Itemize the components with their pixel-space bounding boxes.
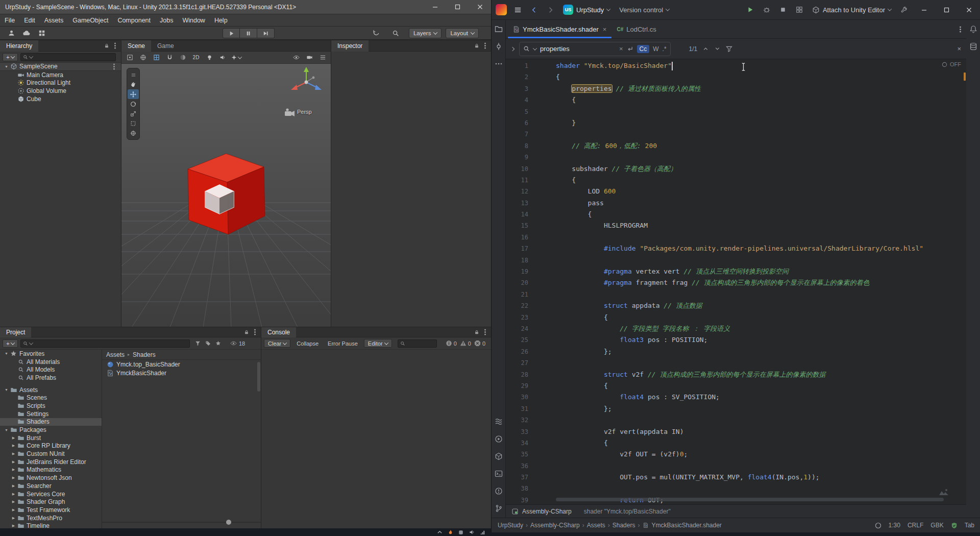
highlighting-widget[interactable]: OFF [942,61,961,67]
line-number[interactable]: 19 [506,266,528,277]
line-number[interactable]: 39 [506,495,528,504]
step-button[interactable] [257,28,275,38]
tray-flame-icon[interactable] [447,529,453,535]
tab-game[interactable]: Game [151,40,180,52]
code-line[interactable]: 20 #pragma fragment frag // 顶点构成的三角形内部的每… [506,277,966,288]
hierarchy-row[interactable]: Main Camera [0,71,121,79]
regex-toggle[interactable]: .* [663,45,667,53]
code-line[interactable]: 35 v2f OUT = (v2f)0; [506,449,966,460]
code-line[interactable]: 32 [506,415,966,426]
breadcrumb-item[interactable]: Assets [106,351,125,358]
add-asset-button[interactable]: + [3,339,18,348]
code-line[interactable]: 27 [506,357,966,369]
orientation-button[interactable] [137,53,149,62]
collapse-toggle[interactable]: Collapse [293,339,322,348]
code-line[interactable]: 4 { [506,94,966,106]
error-pause-toggle[interactable]: Error Pause [325,339,361,348]
info-count-toggle[interactable]: 0 [446,340,457,347]
line-number[interactable]: 4 [506,94,528,106]
gizmos-button[interactable] [317,53,328,62]
hierarchy-row[interactable]: ▼SampleScene [0,63,121,71]
line-number[interactable]: 9 [506,152,528,163]
stop-button[interactable] [775,2,791,17]
code-line[interactable]: 21 [506,289,966,300]
code-line[interactable]: 11 { [506,175,966,186]
line-number[interactable]: 34 [506,437,528,449]
line-number[interactable]: 30 [506,392,528,403]
tray-app-icon[interactable] [458,529,464,535]
view-2d-button[interactable]: 2D [190,53,202,62]
code-line[interactable]: 31 }; [506,403,966,415]
next-match-icon[interactable] [714,45,721,52]
project-tree-row[interactable]: All Materials [0,358,102,366]
background-tasks-icon[interactable] [875,522,881,529]
caret-position[interactable]: 1:30 [889,522,900,529]
clear-search-icon[interactable]: × [619,45,623,53]
clear-button[interactable]: Clear [264,339,290,348]
project-tree-row[interactable]: All Models [0,366,102,374]
forward-button[interactable] [543,2,558,17]
panel-menu-icon[interactable] [114,45,116,46]
expand-arrow-icon[interactable]: ▶ [10,516,17,520]
lock-icon[interactable] [474,43,479,48]
undo-history-icon[interactable] [370,28,382,38]
profiler-button[interactable] [792,2,807,17]
vcs-widget[interactable]: Version control [615,5,673,15]
search-by-label-icon[interactable] [203,340,213,346]
menu-file[interactable]: File [0,14,19,26]
context-member[interactable]: shader "Ymck.top/BasicShader" [584,508,671,515]
close-search-icon[interactable]: × [957,45,961,53]
project-tree-row[interactable]: ▶Burst [0,434,102,442]
menu-gameobject[interactable]: GameObject [68,14,113,26]
cloud-icon[interactable] [20,28,33,38]
code-line[interactable]: 36 [506,460,966,472]
line-number[interactable]: 38 [506,483,528,494]
line-number[interactable]: 29 [506,380,528,392]
structure-toolwindow-icon[interactable] [494,417,504,427]
project-tree-row[interactable]: ▶Test Framework [0,506,102,514]
tab-shader-file[interactable]: YmckBasicShader.shader × [508,20,611,38]
path-item[interactable]: YmckBasicShader.shader [651,522,721,529]
account-icon[interactable] [5,28,17,38]
minimize-button[interactable] [424,0,446,14]
line-number[interactable]: 26 [506,346,528,357]
line-number[interactable]: 10 [506,163,528,175]
expand-arrow-icon[interactable]: ▼ [3,65,10,68]
path-item[interactable]: Assembly-CSharp [530,522,580,529]
asset-file-row[interactable]: Ymck.top_BasicShader [102,360,261,369]
line-number[interactable]: 11 [506,175,528,186]
expand-arrow-icon[interactable]: ▶ [10,508,17,512]
line-number[interactable]: 12 [506,186,528,197]
breadcrumb-item[interactable]: Shaders [133,351,156,358]
warning-count-toggle[interactable]: 0 [460,340,471,347]
play-button[interactable] [223,28,240,38]
line-number[interactable]: 21 [506,289,528,300]
search-history-chevron-icon[interactable] [533,46,537,50]
code-line[interactable]: 33 v2f vert(appdata IN) [506,426,966,437]
layers-dropdown[interactable]: Layers [409,28,442,38]
project-tree-row[interactable]: ▶Services Core [0,490,102,498]
console-log-area[interactable] [261,350,491,528]
code-line[interactable]: 22 struct appdata // 顶点数据 [506,300,966,311]
panel-menu-icon[interactable] [254,331,256,333]
console-search-input[interactable] [398,339,437,348]
project-tree-row[interactable]: ▼Packages [0,426,102,434]
project-tree-row[interactable]: Scripts [0,402,102,410]
line-number[interactable]: 36 [506,460,528,472]
expand-arrow-icon[interactable]: ▶ [10,444,17,448]
tab-project[interactable]: Project [0,327,31,337]
find-input[interactable] [540,45,616,53]
line-number[interactable]: 32 [506,415,528,426]
add-gameobject-button[interactable]: + [3,53,18,61]
project-tree-row[interactable]: All Prefabs [0,374,102,382]
attach-unity-widget[interactable]: Attach to Unity Editor [808,5,895,15]
code-line[interactable]: 12 LOD 600 [506,186,966,197]
line-number[interactable]: 33 [506,426,528,437]
line-number[interactable]: 17 [506,243,528,254]
project-toolwindow-icon[interactable] [494,24,504,34]
line-number[interactable]: 23 [506,312,528,323]
unit-tests-toolwindow-icon[interactable] [494,434,504,444]
menu-component[interactable]: Component [113,14,155,26]
project-tree-row[interactable]: ▶Core RP Library [0,442,102,450]
menu-window[interactable]: Window [178,14,209,26]
